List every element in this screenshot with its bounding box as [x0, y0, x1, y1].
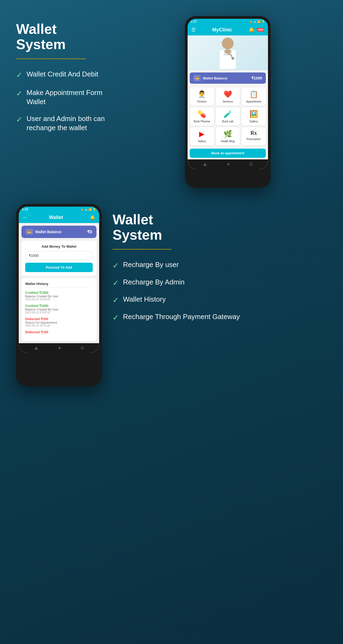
wallet-notification-icon[interactable]: 🔔 — [90, 215, 95, 220]
book-lab-icon: 🧪 — [223, 110, 232, 118]
check-icon-1: ✓ — [16, 70, 22, 80]
bottom-title-line2: System — [113, 227, 162, 243]
home-nav[interactable] — [227, 163, 229, 165]
amount-value: ₹1000 — [29, 254, 39, 258]
bottom-section: 1:19 🔒 ▲ 📶 🔋 ← Wallet 🔔 💳 Wallet Balance — [0, 199, 343, 402]
book-appointment-btn[interactable]: Book an appointment — [190, 149, 266, 158]
amount-input[interactable]: ₹1000 — [25, 251, 93, 260]
status-time-1: 1:17 — [191, 20, 197, 23]
wifi-icon-2: 📶 — [88, 208, 92, 211]
wallet-label: Wallet Balance — [203, 76, 227, 80]
back-nav[interactable] — [203, 163, 207, 166]
right-feature-text-4: Recharge Through Payment Gateway — [123, 312, 240, 321]
history-amount-4: Deducted ₹100 — [25, 330, 93, 334]
history-amount-1: Credited ₹1000 — [25, 291, 93, 295]
add-money-title: Add Money To Wallet — [25, 244, 93, 248]
history-desc-1: Balance Created By User — [25, 295, 93, 298]
home-nav-2[interactable] — [58, 347, 61, 349]
signal-icon-2: ▲ — [85, 208, 87, 211]
grid-item-health-blog[interactable]: 🌿 Health Blog — [216, 127, 240, 145]
gallery-icon: 🖼️ — [249, 110, 258, 118]
phone2-inner: 1:19 🔒 ▲ 📶 🔋 ← Wallet 🔔 💳 Wallet Balance — [19, 207, 99, 353]
proceed-label: Proceed To Add — [46, 265, 72, 269]
history-item-1: Credited ₹1000 Balance Created By User 2… — [25, 291, 93, 301]
status-icons-1: 🔒 ▲ 📶 🔋 — [249, 20, 265, 23]
notification-badge: 1000 — [257, 28, 264, 32]
wallet-app-title: Wallet — [30, 215, 82, 220]
doctor-figure — [188, 35, 268, 70]
signal-icon: ▲ — [253, 20, 256, 23]
services-icon: ❤️ — [223, 90, 232, 98]
app-name: MyClinic — [212, 27, 232, 33]
app-header-1: ☰ MyClinic 🔔 1000 — [188, 24, 268, 35]
history-desc-3: Deduct For Appointment — [25, 321, 93, 324]
status-bar-2: 1:19 🔒 ▲ 📶 🔋 — [19, 207, 99, 212]
right-feature-text-1: Recharge By user — [123, 260, 179, 269]
services-label: Services — [223, 100, 233, 103]
health-blog-icon: 🌿 — [223, 130, 232, 138]
gallery-label: Gallery — [249, 120, 258, 123]
prescription-icon: Rx — [250, 130, 257, 136]
check-icon-2: ✓ — [16, 89, 22, 98]
battery-icon-2: 🔋 — [93, 208, 96, 211]
history-desc-2: Balance Created By User — [25, 308, 93, 311]
recents-nav-2[interactable] — [81, 347, 84, 349]
main-title: Wallet System — [16, 21, 118, 52]
book-lab-label: Book Lab — [222, 120, 233, 123]
recents-nav[interactable] — [250, 163, 252, 166]
videos-icon: ▶ — [199, 130, 204, 138]
grid-item-prescription[interactable]: Rx Prescription — [241, 127, 266, 145]
feature-text-2: Make Appointment Form Wallet — [27, 88, 118, 107]
feature-text-3: User and Admin both can rechange the wal… — [27, 114, 118, 133]
wallet-balance-card: 💳 Wallet Balance ₹0 — [21, 226, 96, 238]
book-appointment-label: Book an appointment — [211, 151, 244, 155]
bottom-divider — [113, 249, 172, 250]
notification-icon[interactable]: 🔔 — [249, 27, 255, 33]
wallet-icon: 💳 — [193, 75, 201, 81]
title-line2: System — [16, 36, 66, 52]
grid-item-book-pharma[interactable]: 💊 Book Pharma — [190, 107, 214, 126]
grid-item-book-lab[interactable]: 🧪 Book Lab — [216, 107, 240, 126]
right-feature-2: ✓ Recharge By Admin — [113, 278, 327, 288]
history-amount-3: Deducted ₹250 — [25, 317, 93, 321]
add-money-section: Add Money To Wallet ₹1000 Proceed To Add — [21, 241, 96, 276]
videos-label: Videos — [198, 140, 206, 143]
right-feature-3: ✓ Wallet History — [113, 295, 327, 305]
lock-icon: 🔒 — [249, 20, 252, 23]
status-time-2: 1:19 — [22, 208, 28, 211]
grid-item-videos[interactable]: ▶ Videos — [190, 127, 214, 145]
wallet-banner-1: 💳 Wallet Balance ₹1000 — [190, 72, 266, 84]
grid-item-appointment[interactable]: 📋 Appointment — [241, 87, 266, 106]
health-blog-label: Health Blog — [221, 140, 235, 143]
hamburger-icon[interactable]: ☰ — [191, 27, 196, 33]
wallet-balance-left: 💳 Wallet Balance — [26, 229, 61, 235]
wallet-balance-amount: ₹1000 — [251, 76, 262, 80]
history-item-4: Deducted ₹100 — [25, 330, 93, 334]
back-nav-2[interactable] — [34, 346, 38, 350]
proceed-btn[interactable]: Proceed To Add — [25, 263, 93, 272]
book-pharma-icon: 💊 — [197, 110, 206, 118]
phone2: 1:19 🔒 ▲ 📶 🔋 ← Wallet 🔔 💳 Wallet Balance — [16, 204, 102, 386]
feature-list: ✓ Wallet Credit And Debit ✓ Make Appoint… — [16, 70, 118, 133]
left-content: Wallet System ✓ Wallet Credit And Debit … — [16, 16, 118, 133]
book-pharma-label: Book Pharma — [194, 120, 210, 123]
feature-item-3: ✓ User and Admin both can rechange the w… — [16, 114, 118, 133]
wallet-banner-left: 💳 Wallet Balance — [193, 75, 227, 81]
right-feature-1: ✓ Recharge By user — [113, 260, 327, 270]
app-grid: 👨‍⚕️ Doctors ❤️ Services 📋 Appointment 💊… — [188, 86, 268, 147]
title-divider — [16, 58, 86, 59]
right-feature-4: ✓ Recharge Through Payment Gateway — [113, 312, 327, 323]
top-section: Wallet System ✓ Wallet Credit And Debit … — [0, 0, 343, 199]
bottom-right-title: Wallet System — [113, 212, 327, 243]
back-arrow[interactable]: ← — [23, 215, 27, 220]
svg-point-0 — [222, 38, 234, 49]
appointment-label: Appointment — [246, 100, 261, 103]
history-item-2: Credited ₹1000 Balance Created By User 2… — [25, 304, 93, 314]
grid-item-services[interactable]: ❤️ Services — [216, 87, 240, 106]
grid-item-gallery[interactable]: 🖼️ Gallery — [241, 107, 266, 126]
wallet-zero-amount: ₹0 — [87, 229, 92, 235]
wallet-icon-2: 💳 — [26, 229, 33, 235]
feature-text-1: Wallet Credit And Debit — [27, 70, 98, 79]
grid-item-doctors[interactable]: 👨‍⚕️ Doctors — [190, 87, 214, 106]
nav-bar-1 — [188, 159, 268, 169]
